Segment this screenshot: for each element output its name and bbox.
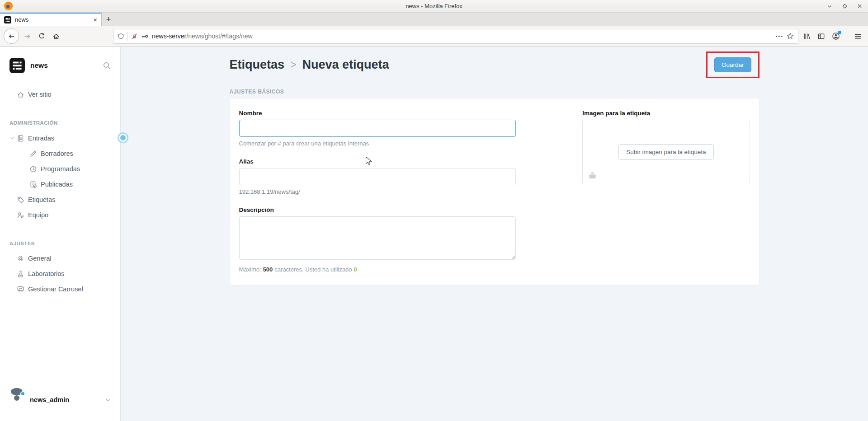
sidebar-item-general[interactable]: General bbox=[0, 251, 120, 266]
presentation-chart-icon bbox=[17, 285, 24, 293]
url-host: news-server bbox=[152, 33, 186, 40]
tab-favicon-ghost-icon bbox=[4, 16, 11, 23]
search-icon[interactable] bbox=[103, 61, 111, 70]
urlbar-divider bbox=[127, 32, 128, 41]
clock-icon bbox=[29, 165, 37, 173]
sidebar-item-view-site[interactable]: Ver sitio bbox=[0, 87, 120, 102]
sidebar-item-equipo[interactable]: Equipo bbox=[0, 207, 120, 223]
tracking-shield-icon[interactable] bbox=[118, 33, 124, 40]
forward-button[interactable] bbox=[20, 29, 34, 43]
tab-title: news bbox=[15, 16, 90, 23]
mouse-cursor bbox=[365, 156, 373, 166]
account-notification-dot bbox=[838, 31, 841, 34]
sidebar-section-administracion: ADMINISTRACIÓN bbox=[0, 120, 120, 126]
user-notification-dot bbox=[20, 391, 25, 396]
sidebar-item-gestionar-carrusel[interactable]: Gestionar Carrusel bbox=[0, 281, 120, 297]
counter-max: 500 bbox=[263, 266, 273, 273]
published-doc-icon bbox=[29, 181, 37, 188]
window-maximize-icon[interactable] bbox=[842, 3, 848, 9]
sidebar-item-entradas[interactable]: Entradas bbox=[0, 131, 120, 146]
sidebar-item-label: Ver sitio bbox=[28, 91, 52, 98]
sidebar-item-label: Programadas bbox=[41, 165, 80, 173]
account-icon[interactable] bbox=[832, 32, 840, 40]
tag-icon bbox=[17, 196, 24, 204]
library-icon[interactable] bbox=[803, 33, 811, 40]
character-counter: Máximo: 500 caracteres. Usted ha utiliza… bbox=[239, 266, 516, 273]
description-label: Descripción bbox=[239, 206, 516, 213]
sidebar-item-borradores[interactable]: Borradores bbox=[0, 146, 120, 161]
alias-label: Alias bbox=[239, 158, 516, 165]
posts-icon bbox=[17, 135, 24, 142]
name-input[interactable] bbox=[239, 120, 516, 137]
user-menu-chevron-icon[interactable] bbox=[104, 397, 111, 403]
sidebar-item-label: Publicadas bbox=[41, 181, 73, 188]
user-name: news_admin bbox=[30, 396, 69, 403]
sidebar-item-etiquetas[interactable]: Etiquetas bbox=[0, 192, 120, 207]
browser-toolbar: news-server/news/ghost/#/tags/new ••• bbox=[0, 26, 868, 47]
new-tab-button[interactable]: + bbox=[102, 13, 115, 26]
gear-icon bbox=[17, 255, 24, 262]
page-title: Etiquetas > Nueva etiqueta bbox=[230, 58, 389, 72]
browser-tab-news[interactable]: news × bbox=[0, 13, 102, 26]
site-title: news bbox=[30, 61, 48, 70]
sidebar-item-label: Gestionar Carrusel bbox=[28, 285, 83, 293]
tour-pulse-dot[interactable] bbox=[119, 134, 127, 142]
toolbar-divider bbox=[847, 31, 847, 41]
window-titlebar: news - Mozilla Firefox bbox=[0, 0, 868, 13]
chevron-down-icon[interactable] bbox=[9, 136, 17, 141]
sidebar-item-programadas[interactable]: Programadas bbox=[0, 161, 120, 177]
sidebar-item-label: Laboratorios bbox=[28, 270, 65, 277]
sidebar-toggle-icon[interactable] bbox=[817, 33, 825, 40]
firefox-logo-icon bbox=[4, 2, 13, 10]
breadcrumb-separator: > bbox=[290, 59, 296, 71]
sidebar-item-label: Borradores bbox=[41, 150, 73, 157]
window-close-icon[interactable] bbox=[857, 3, 863, 9]
breadcrumb-nueva-etiqueta: Nueva etiqueta bbox=[302, 58, 389, 72]
counter-suffix: caracteres. Usted ha utilizado bbox=[274, 266, 352, 273]
url-path: /news/ghost/#/tags/new bbox=[186, 33, 252, 40]
sidebar-item-publicadas[interactable]: Publicadas bbox=[0, 177, 120, 192]
breadcrumb-etiquetas[interactable]: Etiquetas bbox=[230, 58, 285, 72]
sidebar-section-ajustes: AJUSTES bbox=[0, 241, 120, 246]
name-hint: Comenzar por # para crear una etiquetas … bbox=[239, 140, 516, 147]
tag-image-label: Imagen para la etiqueta bbox=[582, 110, 750, 117]
sidebar-item-label: Etiquetas bbox=[28, 196, 55, 203]
tab-close-icon[interactable]: × bbox=[93, 16, 97, 23]
alias-input[interactable] bbox=[239, 168, 516, 185]
sidebar-item-label: General bbox=[28, 255, 52, 262]
annotation-highlight-box: Guardar bbox=[706, 51, 760, 78]
pencil-icon bbox=[29, 150, 37, 158]
ghost-logo[interactable] bbox=[9, 58, 25, 73]
save-button[interactable]: Guardar bbox=[714, 57, 751, 72]
team-icon bbox=[17, 211, 24, 219]
window-minimize-icon[interactable] bbox=[826, 3, 833, 9]
window-title: news - Mozilla Firefox bbox=[406, 3, 462, 9]
bookmark-star-icon[interactable] bbox=[787, 33, 794, 40]
sidebar-item-laboratorios[interactable]: Laboratorios bbox=[0, 266, 120, 281]
menu-hamburger-icon[interactable] bbox=[854, 33, 862, 40]
ghost-sidebar: news Ver sitio ADMINISTRACIÓN Entradas B… bbox=[0, 47, 121, 421]
tag-settings-card: Nombre Comenzar por # para crear una eti… bbox=[230, 98, 760, 285]
home-icon bbox=[17, 91, 24, 98]
counter-used: 0 bbox=[354, 266, 357, 273]
tab-bar: news × + bbox=[0, 13, 868, 26]
back-button[interactable] bbox=[4, 28, 19, 44]
upload-image-button[interactable]: Subir imagen para la etiqueta bbox=[618, 144, 713, 160]
image-upload-dropzone[interactable]: Subir imagen para la etiqueta bbox=[582, 120, 750, 184]
reload-button[interactable] bbox=[34, 29, 49, 43]
name-label: Nombre bbox=[239, 110, 516, 117]
basic-settings-label: AJUSTES BÁSICOS bbox=[230, 89, 760, 95]
url-text[interactable]: news-server/news/ghost/#/tags/new bbox=[152, 33, 772, 40]
description-textarea[interactable] bbox=[239, 216, 516, 260]
sidebar-item-label: Equipo bbox=[28, 211, 48, 219]
page-actions-icon[interactable]: ••• bbox=[775, 33, 783, 39]
image-placeholder-icon bbox=[588, 172, 597, 179]
home-button[interactable] bbox=[49, 29, 63, 43]
insecure-lock-icon[interactable] bbox=[131, 33, 138, 40]
url-bar[interactable]: news-server/news/ghost/#/tags/new ••• bbox=[113, 29, 798, 44]
main-panel: Etiquetas > Nueva etiqueta Guardar AJUST… bbox=[121, 47, 868, 421]
counter-prefix: Máximo: bbox=[239, 266, 261, 273]
key-icon bbox=[141, 33, 149, 40]
sidebar-item-label: Entradas bbox=[28, 135, 54, 142]
user-menu[interactable]: news_admin bbox=[0, 392, 120, 407]
